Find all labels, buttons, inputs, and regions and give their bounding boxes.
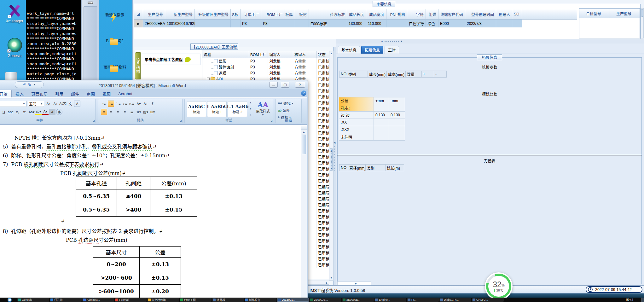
taskbar-item[interactable]: 2013091... — [277, 298, 309, 302]
taskbar-item[interactable]: 计算器 — [212, 298, 244, 302]
strikethrough-button[interactable]: abe — [8, 109, 14, 115]
sort-button[interactable]: A↓ — [142, 101, 149, 107]
increase-indent-button[interactable]: ▷≡ — [129, 101, 135, 107]
style-card[interactable]: AaBbC 标题 — [187, 101, 206, 117]
tool-new-flow[interactable]: 新流程指示 — [100, 12, 129, 28]
align-left-button[interactable]: ≡ — [101, 109, 107, 115]
taskbar-item[interactable]: Administ... — [82, 298, 114, 302]
font-name-select[interactable]: 宋体▼ — [0, 101, 26, 107]
style-card[interactable]: 1.1 AaBb 标题 2 — [228, 101, 247, 117]
char-border-button[interactable]: A — [74, 101, 80, 107]
ruler-toggle-button[interactable] — [301, 125, 307, 130]
system-usage-gauge[interactable]: 32 % 36°C — [485, 272, 513, 300]
main-table-scrollbar[interactable] — [641, 8, 644, 38]
col-header[interactable]: 型号创建时间 — [465, 9, 496, 20]
genesis-console[interactable]: work_layer,name=drl************COMMANDdi… — [26, 0, 81, 81]
col-header[interactable]: 验收标准 — [309, 9, 347, 20]
find-button[interactable]: 查找▼ — [278, 101, 294, 106]
main-table-row[interactable]: ▶ 2E000JEBA0 10010200167925 P3 P3 E000标准… — [134, 20, 522, 27]
ribbon-tab[interactable]: 视图 — [99, 90, 114, 97]
underline-button[interactable]: U — [1, 109, 7, 115]
align-right-button[interactable]: ≡ — [115, 109, 121, 115]
flow-row[interactable]: 退膜 P3 刘龙根 方幸幸 已审核 — [202, 70, 329, 76]
desktop-icon-genesis[interactable]: ↗ Genesis — [3, 38, 26, 58]
start-button[interactable] — [8, 298, 12, 302]
ribbon-tab[interactable]: Acrobat — [114, 90, 136, 97]
grow-font-button[interactable]: A↑ — [45, 101, 52, 107]
desktop-icon-xmanager[interactable]: ↗ Xmanager — [4, 4, 25, 23]
show-marks-button[interactable]: ¶ — [149, 101, 156, 107]
show-desktop-button[interactable] — [641, 298, 644, 302]
subscript-button[interactable]: x₂ — [15, 109, 21, 115]
taskbar-item[interactable]: EDC工程 — [180, 298, 212, 302]
row-selector-header[interactable]: ◢ — [134, 9, 143, 20]
shading-button[interactable]: ▨▾ — [142, 109, 149, 115]
tol-row[interactable]: .XX — [339, 119, 405, 126]
taskbar-item[interactable]: 制作报告 — [245, 298, 276, 302]
mill-minus-button[interactable]: - — [434, 71, 447, 78]
style-gallery-scroll[interactable]: ▲▼⩥ — [248, 101, 253, 117]
bullets-button[interactable]: •≡ — [101, 101, 107, 107]
numbering-button[interactable]: 1≡ — [108, 101, 114, 107]
merge-col-header[interactable]: 合拼型号 — [579, 9, 610, 18]
flow-col-header[interactable]: 核审人 — [293, 51, 317, 58]
redo-icon[interactable]: ↻ — [28, 83, 31, 87]
flow-row[interactable]: 酸性蚀刻 P3 刘龙根 方幸幸 已审核 — [202, 64, 329, 70]
col-header[interactable]: 成品长度 — [347, 9, 366, 20]
col-header[interactable]: PNL规格 — [386, 9, 407, 20]
col-header[interactable]: 新生产型号 — [165, 9, 195, 20]
document-area[interactable]: NPTH 槽：长宽方向均为+/-0.13mm↵ 5）若有重叠孔时，重孔直接删除小… — [0, 125, 307, 301]
right-panel-tab[interactable]: 拓展信息 — [361, 46, 383, 54]
flow-col-header[interactable]: BOM工厂 — [249, 51, 268, 58]
right-panel-splitter[interactable]: ▲ ▲ — [336, 39, 644, 44]
flow-col-header[interactable]: 编写人 — [268, 51, 293, 58]
justify-button[interactable]: ≡ — [122, 109, 128, 115]
superscript-button[interactable]: x² — [21, 109, 28, 115]
col-header[interactable]: BOM工厂 — [261, 9, 285, 20]
tool-bom-query[interactable]: Bom查询2 — [100, 38, 129, 54]
change-case-button[interactable]: Aa▾ — [28, 109, 35, 115]
tab-device-structure[interactable]: 设备结构 — [135, 52, 141, 79]
align-center-button[interactable]: ≡ — [108, 109, 114, 115]
taskbar-item[interactable]: Diabe...Pr... — [439, 298, 471, 302]
col-header[interactable]: 板厚 — [285, 9, 295, 20]
char-shading-button[interactable]: A — [49, 109, 55, 115]
right-panel-h-scrollbar[interactable]: ▶ — [337, 282, 371, 285]
col-header[interactable]: 字符 — [407, 9, 426, 20]
taskbar-item[interactable]: 兴文档传输 — [147, 298, 179, 302]
flow-col-header[interactable]: 流程 — [202, 51, 249, 58]
taskbar-item[interactable]: 2E000JE... — [310, 298, 341, 302]
pinyin-button[interactable]: 文 — [67, 101, 73, 107]
taskbar-clock[interactable]: 15:44 — [625, 298, 633, 302]
styles-dialog-launcher-icon[interactable]: ◢ — [270, 119, 272, 122]
ribbon-tab[interactable]: 插入 — [12, 90, 27, 97]
taskbar-item[interactable]: Engine... — [374, 298, 406, 302]
flow-v-scrollbar[interactable]: ▲ ▲ ▼ ▼ — [329, 51, 334, 281]
col-header[interactable]: 订单工厂 — [241, 9, 261, 20]
mill-plus-button[interactable]: + — [422, 71, 434, 78]
tol-row[interactable]: .XXX — [339, 126, 405, 133]
row-selector[interactable]: ▶ — [134, 20, 143, 27]
col-header[interactable]: 阻焊 — [426, 9, 438, 20]
font-size-select[interactable]: 五号▼ — [28, 101, 44, 107]
shrink-font-button[interactable]: A↓ — [52, 101, 59, 107]
ribbon-tab[interactable]: 开始 — [0, 90, 12, 97]
distribute-button[interactable]: ≣ — [129, 109, 135, 115]
col-header[interactable]: 生产型号 — [143, 9, 165, 20]
qat-dropdown-icon[interactable]: ▼ — [33, 83, 36, 86]
help-icon[interactable]: ? — [301, 90, 306, 96]
style-card[interactable]: 1 AaBbC 标题 1 — [207, 101, 227, 117]
ribbon-tab[interactable]: 邮件 — [67, 90, 83, 97]
right-panel-tab[interactable]: 基本信息 — [338, 46, 360, 54]
asian-layout-button[interactable]: A▾ — [136, 101, 142, 107]
taskbar-item[interactable]: 2E000JE... — [342, 298, 374, 302]
decrease-indent-button[interactable]: ◁≡ — [122, 101, 128, 107]
font-dialog-launcher-icon[interactable]: ◢ — [93, 119, 95, 122]
flow-scroll-thumb[interactable]: ▲ ▼ — [330, 148, 333, 171]
col-header[interactable]: SO — [512, 9, 522, 20]
panel-splitter[interactable]: ◀ — [334, 47, 336, 286]
taskbar-item[interactable]: Genesis — [17, 298, 49, 302]
minimize-button[interactable]: — — [269, 82, 278, 88]
taskbar-item[interactable]: Pr... — [407, 298, 439, 302]
col-header[interactable]: 终端客户代码 — [438, 9, 465, 20]
